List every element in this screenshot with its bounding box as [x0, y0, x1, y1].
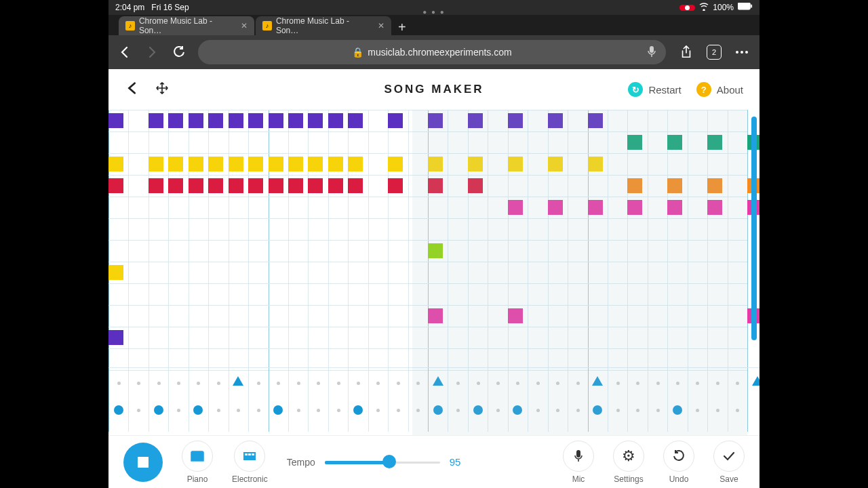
instrument-melody-button[interactable]: Piano	[182, 441, 213, 484]
note-cell[interactable]	[328, 178, 343, 193]
rhythm-note-hi[interactable]	[752, 376, 760, 386]
about-button[interactable]: ? About	[696, 82, 743, 97]
settings-button[interactable]: ⚙ Settings	[613, 441, 644, 484]
rhythm-note-lo[interactable]	[353, 405, 363, 415]
note-cell[interactable]	[229, 157, 243, 171]
note-cell[interactable]	[468, 157, 483, 171]
note-cell[interactable]	[627, 178, 642, 193]
rhythm-note-lo[interactable]	[593, 405, 602, 415]
undo-button[interactable]: Undo	[663, 441, 694, 484]
note-cell[interactable]	[627, 135, 642, 150]
note-cell[interactable]	[108, 265, 123, 280]
note-cell[interactable]	[468, 113, 483, 128]
close-icon[interactable]: ✕	[378, 21, 384, 30]
note-cell[interactable]	[388, 178, 403, 193]
note-cell[interactable]	[108, 113, 123, 128]
note-cell[interactable]	[248, 113, 263, 128]
note-cell[interactable]	[548, 200, 563, 215]
restart-button[interactable]: ↻ Restart	[628, 82, 681, 97]
note-cell[interactable]	[548, 113, 563, 128]
menu-button[interactable]	[732, 43, 751, 62]
stop-button[interactable]	[123, 443, 163, 482]
note-cell[interactable]	[248, 157, 263, 171]
note-cell[interactable]	[328, 113, 343, 128]
note-cell[interactable]	[328, 157, 343, 171]
note-cell[interactable]	[428, 308, 443, 323]
note-cell[interactable]	[428, 178, 443, 193]
note-cell[interactable]	[149, 113, 163, 128]
note-cell[interactable]	[428, 243, 443, 258]
note-cell[interactable]	[707, 178, 722, 193]
rhythm-note-lo[interactable]	[673, 405, 682, 415]
note-cell[interactable]	[149, 157, 163, 171]
share-button[interactable]	[677, 43, 696, 62]
close-icon[interactable]: ✕	[241, 21, 248, 30]
note-cell[interactable]	[189, 178, 203, 193]
note-cell[interactable]	[508, 200, 523, 215]
note-cell[interactable]	[168, 113, 183, 128]
note-cell[interactable]	[288, 157, 303, 171]
note-cell[interactable]	[428, 157, 443, 171]
mic-button[interactable]: Mic	[563, 441, 594, 484]
rhythm-note-lo[interactable]	[433, 405, 443, 415]
note-cell[interactable]	[308, 178, 323, 193]
note-cell[interactable]	[308, 113, 323, 128]
note-cell[interactable]	[348, 157, 363, 171]
note-cell[interactable]	[208, 178, 223, 193]
sequencer-grid[interactable]	[108, 110, 760, 435]
note-cell[interactable]	[229, 113, 243, 128]
note-cell[interactable]	[707, 200, 722, 215]
browser-tab[interactable]: ♪ Chrome Music Lab - Son… ✕	[119, 16, 254, 35]
note-cell[interactable]	[288, 113, 303, 128]
note-cell[interactable]	[348, 113, 363, 128]
note-cell[interactable]	[189, 157, 203, 171]
rhythm-note-lo[interactable]	[513, 405, 522, 415]
note-cell[interactable]	[149, 178, 163, 193]
note-cell[interactable]	[248, 178, 263, 193]
note-cell[interactable]	[388, 157, 403, 171]
new-tab-button[interactable]: +	[393, 20, 412, 35]
rhythm-note-lo[interactable]	[473, 405, 483, 415]
note-cell[interactable]	[208, 157, 223, 171]
note-cell[interactable]	[269, 178, 283, 193]
screen-recording-indicator[interactable]	[679, 5, 695, 11]
instrument-rhythm-button[interactable]: Electronic	[232, 441, 268, 484]
save-button[interactable]: Save	[713, 441, 745, 484]
note-cell[interactable]	[189, 113, 203, 128]
note-cell[interactable]	[588, 157, 603, 171]
back-button[interactable]	[117, 44, 133, 60]
rhythm-note-lo[interactable]	[273, 405, 283, 415]
reload-button[interactable]	[171, 44, 187, 60]
rhythm-note-hi[interactable]	[592, 376, 603, 386]
note-cell[interactable]	[308, 157, 323, 171]
note-cell[interactable]	[588, 200, 603, 215]
tempo-slider[interactable]	[325, 460, 440, 465]
rhythm-note-hi[interactable]	[233, 376, 243, 386]
rhythm-note-hi[interactable]	[433, 376, 443, 386]
note-cell[interactable]	[348, 178, 363, 193]
note-cell[interactable]	[548, 157, 563, 171]
rhythm-note-lo[interactable]	[114, 405, 123, 415]
note-cell[interactable]	[229, 178, 243, 193]
note-cell[interactable]	[168, 178, 183, 193]
note-cell[interactable]	[508, 157, 523, 171]
note-cell[interactable]	[707, 135, 722, 150]
note-cell[interactable]	[667, 200, 682, 215]
note-cell[interactable]	[269, 113, 283, 128]
note-cell[interactable]	[428, 113, 443, 128]
tabs-button[interactable]: 2	[707, 45, 722, 60]
note-cell[interactable]	[508, 308, 523, 323]
note-cell[interactable]	[168, 157, 183, 171]
note-cell[interactable]	[288, 178, 303, 193]
note-cell[interactable]	[468, 178, 483, 193]
note-cell[interactable]	[388, 113, 403, 128]
app-back-button[interactable]	[125, 81, 140, 98]
note-cell[interactable]	[667, 178, 682, 193]
rhythm-note-lo[interactable]	[154, 405, 163, 415]
note-cell[interactable]	[588, 113, 603, 128]
note-cell[interactable]	[108, 330, 123, 345]
note-cell[interactable]	[667, 135, 682, 150]
note-cell[interactable]	[269, 157, 283, 171]
voice-search-icon[interactable]	[647, 45, 656, 60]
move-icon[interactable]	[155, 81, 170, 98]
